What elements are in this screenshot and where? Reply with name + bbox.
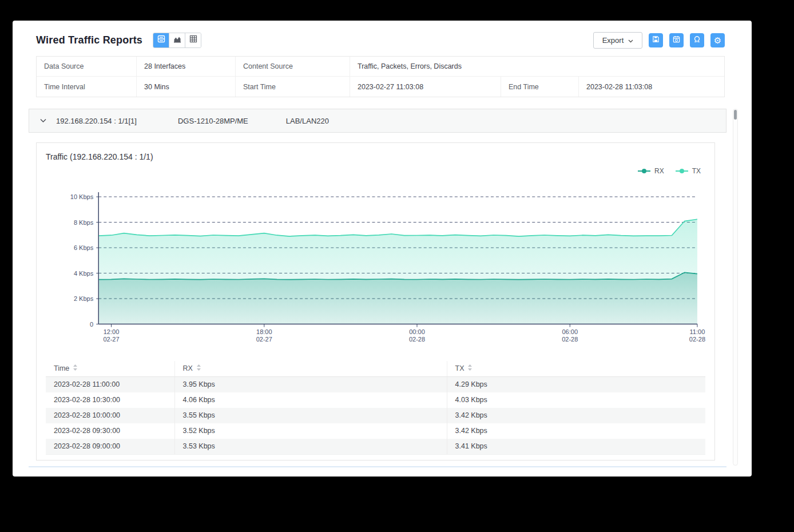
report-info-table: Data Source 28 Interfaces Content Source… bbox=[36, 56, 725, 97]
headset-icon bbox=[693, 35, 701, 45]
data-source-label: Data Source bbox=[37, 57, 137, 77]
data-source-value: 28 Interfaces bbox=[137, 57, 236, 77]
page-header: Wired Traffic Reports Export bbox=[36, 30, 725, 50]
time-interval-label: Time Interval bbox=[37, 77, 137, 97]
rx-series-marker bbox=[638, 168, 650, 174]
svg-text:02-28: 02-28 bbox=[562, 336, 578, 343]
svg-text:12:00: 12:00 bbox=[104, 328, 120, 335]
gear-icon: ⚙ bbox=[714, 36, 721, 45]
table-row: 2023-02-28 09:00:003.53 Kbps3.41 Kbps bbox=[46, 439, 705, 454]
column-header-tx[interactable]: TX bbox=[447, 361, 705, 377]
export-button-label: Export bbox=[602, 36, 624, 45]
column-header-rx[interactable]: RX bbox=[174, 361, 447, 377]
svg-text:2 Kbps: 2 Kbps bbox=[74, 295, 94, 302]
horizontal-scrollbar[interactable] bbox=[29, 466, 726, 467]
column-header-time[interactable]: Time bbox=[46, 361, 174, 377]
table-cell: 3.55 Kbps bbox=[174, 408, 447, 423]
interface-address: 192.168.220.154 : 1/1[1] bbox=[56, 117, 137, 125]
table-cell: 3.53 Kbps bbox=[174, 439, 447, 454]
table-cell: 3.42 Kbps bbox=[447, 408, 705, 423]
content-source-value: Traffic, Packets, Errors, Discards bbox=[350, 57, 724, 77]
svg-text:4 Kbps: 4 Kbps bbox=[74, 270, 94, 277]
start-time-value: 2023-02-27 11:03:08 bbox=[350, 77, 501, 97]
view-chart-button[interactable] bbox=[169, 33, 185, 47]
page-title: Wired Traffic Reports bbox=[36, 34, 142, 46]
traffic-data-table: Time RX TX 2023-02-28 11:00:003.95 Kbps4… bbox=[46, 361, 705, 454]
schedule-report-button[interactable] bbox=[669, 33, 684, 47]
sort-icon bbox=[197, 364, 201, 372]
calendar-schedule-icon bbox=[673, 35, 680, 45]
legend-item-tx[interactable]: TX bbox=[676, 167, 701, 175]
svg-text:8 Kbps: 8 Kbps bbox=[74, 219, 94, 226]
legend-label-tx: TX bbox=[692, 167, 701, 175]
vertical-scrollbar[interactable] bbox=[733, 109, 738, 466]
interface-accordion-header[interactable]: 192.168.220.154 : 1/1[1] DGS-1210-28MP/M… bbox=[29, 109, 726, 133]
table-row: 2023-02-28 10:30:004.06 Kbps4.03 Kbps bbox=[46, 392, 705, 408]
screen: { "header": { "title": "Wired Traffic Re… bbox=[0, 0, 794, 532]
export-button[interactable]: Export bbox=[593, 32, 642, 49]
end-time-value: 2023-02-28 11:03:08 bbox=[579, 77, 724, 97]
chevron-down-icon bbox=[40, 118, 46, 123]
sort-icon bbox=[468, 364, 472, 372]
tx-series-marker bbox=[676, 168, 688, 174]
table-cell: 2023-02-28 10:00:00 bbox=[46, 408, 174, 423]
vertical-scrollbar-thumb[interactable] bbox=[734, 110, 737, 120]
content-source-label: Content Source bbox=[236, 57, 350, 77]
save-icon bbox=[652, 35, 660, 45]
svg-text:06:00: 06:00 bbox=[562, 328, 578, 335]
traffic-chart-canvas: 10 Kbps8 Kbps6 Kbps4 Kbps2 Kbps012:0002-… bbox=[46, 186, 705, 344]
view-combined-button[interactable] bbox=[153, 33, 169, 47]
area-chart-icon bbox=[173, 35, 181, 45]
svg-text:0: 0 bbox=[90, 321, 93, 328]
chevron-down-icon bbox=[628, 36, 633, 45]
table-cell: 2023-02-28 11:00:00 bbox=[46, 376, 174, 392]
table-icon bbox=[189, 35, 197, 45]
save-report-button[interactable] bbox=[649, 33, 663, 47]
table-cell: 3.42 Kbps bbox=[447, 423, 705, 439]
table-row-clipped bbox=[46, 454, 705, 460]
svg-text:00:00: 00:00 bbox=[409, 328, 425, 335]
settings-button[interactable]: ⚙ bbox=[710, 33, 725, 47]
view-toggle-group bbox=[153, 33, 201, 48]
device-model: DGS-1210-28MP/ME bbox=[178, 117, 248, 125]
app-window: Wired Traffic Reports Export bbox=[13, 21, 752, 477]
table-header-row: Time RX TX bbox=[46, 361, 705, 377]
table-cell: 4.29 Kbps bbox=[447, 376, 705, 392]
svg-text:18:00: 18:00 bbox=[256, 328, 272, 335]
svg-text:02-27: 02-27 bbox=[256, 336, 272, 343]
chart-legend: RX TX bbox=[638, 167, 701, 175]
table-row: 2023-02-28 10:00:003.55 Kbps3.42 Kbps bbox=[46, 408, 705, 423]
legend-label-rx: RX bbox=[654, 167, 664, 175]
end-time-label: End Time bbox=[501, 77, 579, 97]
time-interval-value: 30 Mins bbox=[137, 77, 236, 97]
svg-text:02-28: 02-28 bbox=[409, 336, 425, 343]
svg-text:02-27: 02-27 bbox=[103, 336, 119, 343]
combined-view-icon bbox=[157, 35, 165, 45]
sort-icon bbox=[73, 364, 77, 372]
table-cell: 3.95 Kbps bbox=[174, 376, 447, 392]
traffic-table-body: 2023-02-28 11:00:003.95 Kbps4.29 Kbps202… bbox=[46, 376, 705, 454]
table-cell: 3.41 Kbps bbox=[447, 439, 705, 454]
device-location: LAB/LAN220 bbox=[286, 117, 329, 125]
table-cell: 4.06 Kbps bbox=[174, 392, 447, 408]
table-cell: 2023-02-28 09:30:00 bbox=[46, 423, 174, 439]
traffic-card: Traffic (192.168.220.154 : 1/1) RX TX bbox=[36, 142, 715, 460]
chart-title: Traffic (192.168.220.154 : 1/1) bbox=[46, 152, 705, 161]
table-cell: 4.03 Kbps bbox=[447, 392, 705, 408]
table-cell: 2023-02-28 10:30:00 bbox=[46, 392, 174, 408]
table-row: 2023-02-28 09:30:003.52 Kbps3.42 Kbps bbox=[46, 423, 705, 439]
interface-section: 192.168.220.154 : 1/1[1] DGS-1210-28MP/M… bbox=[29, 109, 726, 466]
support-button[interactable] bbox=[690, 33, 704, 47]
start-time-label: Start Time bbox=[236, 77, 350, 97]
table-cell: 2023-02-28 09:00:00 bbox=[46, 439, 174, 454]
svg-text:10 Kbps: 10 Kbps bbox=[70, 193, 94, 200]
svg-text:6 Kbps: 6 Kbps bbox=[74, 244, 94, 251]
svg-text:02-28: 02-28 bbox=[689, 336, 705, 343]
legend-item-rx[interactable]: RX bbox=[638, 167, 664, 175]
svg-text:11:00: 11:00 bbox=[690, 328, 705, 335]
view-table-button[interactable] bbox=[185, 33, 201, 47]
table-row: 2023-02-28 11:00:003.95 Kbps4.29 Kbps bbox=[46, 376, 705, 392]
table-cell: 3.52 Kbps bbox=[174, 423, 447, 439]
